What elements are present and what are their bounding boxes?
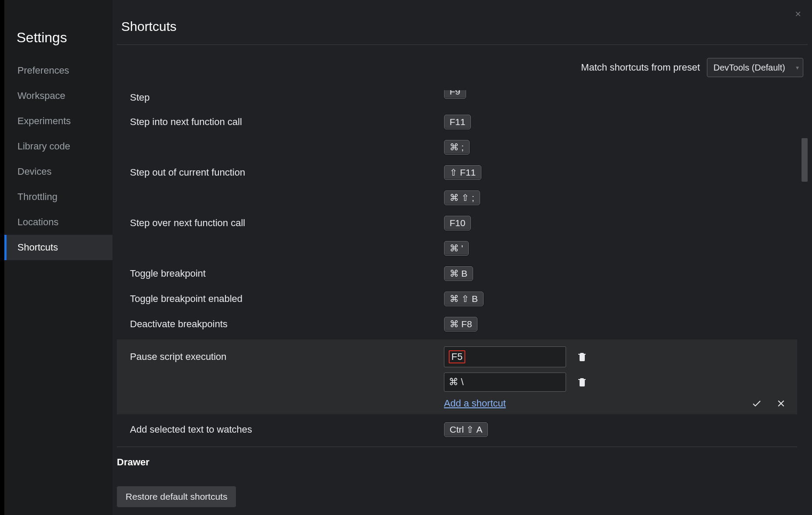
shortcut-key: Ctrl ⇧ A [444,422,488,437]
shortcut-key: F9 [444,90,466,99]
shortcut-row: Add selected text to watches Ctrl ⇧ A [117,417,797,442]
shortcut-edit-block: Pause script execution F5 ⌘ \ Add a sh [117,339,797,414]
sidebar-item-devices[interactable]: Devices [4,159,113,184]
scrollbar[interactable] [800,90,808,515]
shortcut-key: ⌘ B [444,266,473,281]
page-header: Shortcuts [117,0,808,45]
preset-select-wrap: DevTools (Default) [707,58,803,77]
shortcut-label: Toggle breakpoint enabled [130,293,444,305]
shortcut-row: Step out of current function ⇧ F11 [117,160,797,185]
shortcut-row-alt: ⌘ ' [117,236,797,261]
sidebar-item-workspace[interactable]: Workspace [4,83,113,108]
sidebar-item-shortcuts[interactable]: Shortcuts [4,235,113,260]
scrollbar-thumb[interactable] [802,138,808,182]
close-icon[interactable] [792,8,804,20]
settings-panel: Settings Preferences Workspace Experimen… [4,0,812,515]
shortcut-row: Step into next function call F11 [117,109,797,135]
main: Shortcuts Match shortcuts from preset De… [113,0,812,515]
page-title: Shortcuts [121,19,803,34]
shortcut-edit-input-1[interactable]: F5 [444,346,566,367]
shortcut-label: Pause script execution [130,351,444,363]
shortcut-key: F11 [444,115,471,129]
preset-label: Match shortcuts from preset [581,62,700,73]
shortcut-key: ⌘ F8 [444,317,478,332]
shortcut-key: F10 [444,216,471,230]
delete-icon[interactable] [575,349,590,364]
shortcut-key: ⌘ ' [444,241,469,256]
add-shortcut-link[interactable]: Add a shortcut [444,398,506,409]
shortcut-label: Step out of current function [130,167,444,178]
shortcuts-rows: Step F9 Step into next function call F11… [117,90,797,472]
shortcut-row: Step F9 [117,90,797,109]
shortcut-row: Toggle breakpoint enabled ⌘ ⇧ B [117,286,797,312]
shortcut-key: ⌘ ⇧ B [444,291,484,306]
sidebar-title: Settings [4,21,113,58]
shortcut-label: Add selected text to watches [130,424,444,435]
delete-icon[interactable] [575,375,590,390]
sidebar-item-throttling[interactable]: Throttling [4,184,113,210]
shortcut-edit-input-2[interactable]: ⌘ \ [444,373,566,392]
shortcut-key: ⇧ F11 [444,165,481,180]
sidebar-item-experiments[interactable]: Experiments [4,108,113,134]
shortcut-label: Step [130,92,444,103]
confirm-icon[interactable] [749,396,764,411]
shortcut-row-alt: ⌘ ; [117,135,797,160]
restore-defaults-button[interactable]: Restore default shortcuts [117,486,236,507]
shortcut-row: Toggle breakpoint ⌘ B [117,261,797,286]
sidebar-item-locations[interactable]: Locations [4,210,113,235]
shortcut-label: Toggle breakpoint [130,268,444,279]
shortcut-row-alt: ⌘ ⇧ ; [117,185,797,210]
sidebar: Settings Preferences Workspace Experimen… [4,0,113,515]
cancel-icon[interactable] [774,396,788,411]
preset-bar: Match shortcuts from preset DevTools (De… [113,45,812,90]
sidebar-item-preferences[interactable]: Preferences [4,58,113,83]
shortcut-key: ⌘ ⇧ ; [444,190,480,205]
section-heading-drawer: Drawer [117,447,797,472]
shortcut-label: Step into next function call [130,116,444,128]
shortcuts-scroll-area: Step F9 Step into next function call F11… [117,90,808,515]
shortcut-row: Step over next function call F10 [117,210,797,236]
shortcut-label: Deactivate breakpoints [130,318,444,330]
shortcut-row: Deactivate breakpoints ⌘ F8 [117,312,797,337]
sidebar-item-library-code[interactable]: Library code [4,134,113,159]
shortcut-key: ⌘ ; [444,140,470,155]
preset-select[interactable]: DevTools (Default) [707,58,803,77]
shortcut-label: Step over next function call [130,217,444,229]
